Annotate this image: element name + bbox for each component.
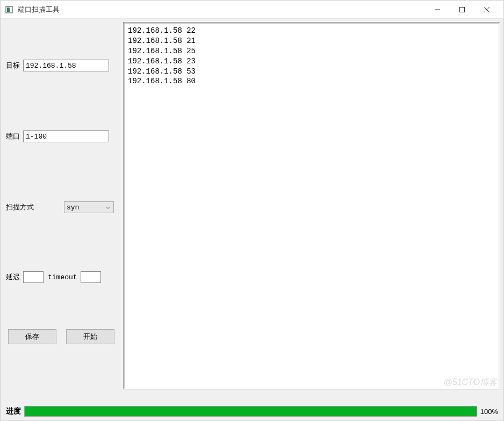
progress-text: 100% xyxy=(480,408,498,416)
progress-fill xyxy=(25,407,477,416)
output-text[interactable]: 192.168.1.58 22 192.168.1.58 21 192.168.… xyxy=(124,23,499,388)
bottom-bar: 进度 100% xyxy=(1,405,503,420)
delay-row: 延迟 timeout xyxy=(4,271,118,283)
progress-bar xyxy=(24,406,477,417)
progress-label: 进度 xyxy=(6,407,21,416)
target-row: 目标 xyxy=(4,60,118,71)
svg-rect-1 xyxy=(7,8,10,12)
delay-input[interactable] xyxy=(23,271,44,283)
left-panel: 目标 端口 扫描方式 syn 延迟 timeout xyxy=(4,22,118,402)
scan-method-select[interactable]: syn xyxy=(64,201,114,213)
output-panel: 192.168.1.58 22 192.168.1.58 21 192.168.… xyxy=(123,22,500,389)
scan-method-label: 扫描方式 xyxy=(6,202,34,212)
window-controls xyxy=(425,1,499,18)
start-button[interactable]: 开始 xyxy=(66,329,114,344)
app-icon xyxy=(5,5,13,14)
titlebar: 端口扫描工具 xyxy=(1,1,503,19)
minimize-button[interactable] xyxy=(425,1,450,18)
window-title: 端口扫描工具 xyxy=(18,5,60,14)
timeout-input[interactable] xyxy=(81,271,101,283)
scan-method-row: 扫描方式 syn xyxy=(4,201,118,213)
save-button[interactable]: 保存 xyxy=(8,329,56,344)
delay-label: 延迟 xyxy=(6,272,20,282)
chevron-down-icon xyxy=(106,204,110,212)
close-button[interactable] xyxy=(474,1,499,18)
target-input[interactable] xyxy=(23,60,109,71)
port-row: 端口 xyxy=(4,130,118,142)
app-window: 端口扫描工具 目标 端口 扫描方式 xyxy=(0,0,504,421)
button-row: 保存 开始 xyxy=(4,329,118,344)
content-area: 目标 端口 扫描方式 syn 延迟 timeout xyxy=(1,19,503,405)
port-label: 端口 xyxy=(6,132,20,141)
svg-rect-3 xyxy=(460,7,465,12)
scan-method-value: syn xyxy=(67,204,79,212)
port-input[interactable] xyxy=(23,130,109,142)
timeout-label: timeout xyxy=(48,273,77,281)
maximize-button[interactable] xyxy=(450,1,474,18)
target-label: 目标 xyxy=(6,61,20,70)
